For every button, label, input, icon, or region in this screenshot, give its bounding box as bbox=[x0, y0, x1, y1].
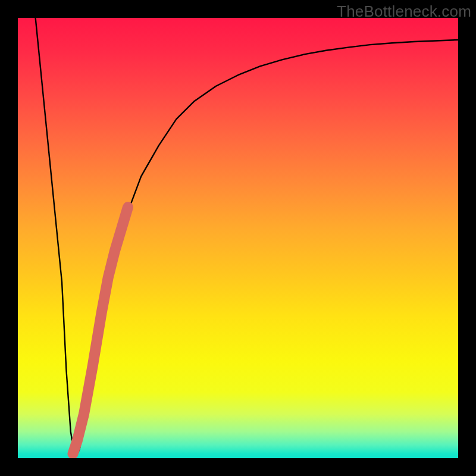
chart-frame: TheBottleneck.com bbox=[0, 0, 476, 476]
highlight-segment bbox=[73, 207, 129, 453]
bottleneck-curve bbox=[36, 18, 458, 458]
plot-area bbox=[18, 18, 458, 458]
curve-layer bbox=[18, 18, 458, 458]
